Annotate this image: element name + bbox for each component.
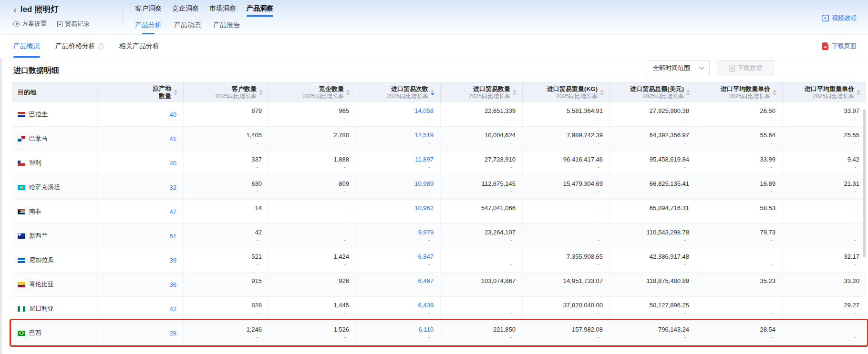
sort-asc-icon[interactable] [773,90,776,92]
origin-count-link[interactable]: 39 [170,256,176,264]
trade-times-link[interactable]: 6,847 [418,253,434,261]
sort-desc-icon[interactable] [513,93,517,95]
column-header-customer-count[interactable]: 客户数量2025同比增长率 [184,82,269,102]
column-header-import-trade-quantity[interactable]: 进口贸易数量2025同比增长率 [441,82,523,102]
time-range-select[interactable]: 全部时间范围 [647,60,710,76]
nav-tab-related-product-analysis[interactable]: 相关产品分析 [119,35,159,58]
sort-icons[interactable] [686,90,690,95]
cell-value: 1,445 [333,301,349,309]
cell-import-trade-times: 6,847- [356,248,441,272]
origin-count-link[interactable]: 28 [170,329,176,337]
sort-asc-icon[interactable] [686,90,690,92]
origin-count-link[interactable]: 42 [170,305,176,313]
sort-asc-icon[interactable] [431,90,434,92]
trade-times-link[interactable]: 10,989 [414,180,434,188]
origin-count-link[interactable]: 36 [170,281,176,289]
video-tutorial-link[interactable]: 视频教程 [822,14,857,22]
trade-times-link[interactable]: 9,979 [418,228,434,236]
cell-value: 95,458,619.84 [650,155,689,163]
sort-desc-icon[interactable] [259,93,263,95]
trade-times-link[interactable]: 6,439 [418,301,434,309]
link-trade-records[interactable]: 贸易记录 [57,20,90,28]
cell-value: 14 [255,204,262,212]
cell-import-avg-quantity-price: - [696,248,783,272]
column-header-import-trade-weight[interactable]: 进口贸易重量(KG)2025同比增长率 [523,82,610,102]
sub-tab-product-trends[interactable]: 产品动态 [174,21,201,34]
origin-count-link[interactable]: 40 [170,111,176,119]
main-tab-competitor-insight[interactable]: 竞企洞察 [172,4,199,17]
chevron-down-icon [699,67,704,70]
cell-value: 118,875,480.89 [647,277,689,285]
growth-rate-value: - [428,309,434,317]
back-chevron-icon[interactable]: ‹ [13,4,17,15]
sort-icons[interactable] [346,90,350,95]
vertical-scrollbar-thumb[interactable] [863,110,866,257]
sort-icons[interactable] [600,90,604,95]
link-plan-settings[interactable]: 方案设置 [13,20,47,28]
cell-value: 1,424 [333,253,349,261]
cell-value: 879 [251,107,262,115]
growth-rate-value: - [854,285,859,293]
sort-desc-icon[interactable] [431,93,434,95]
growth-rate-value: - [344,261,349,268]
column-header-import-avg-weight-price[interactable]: 进口平均重量单价2025同比增长率 [783,82,866,102]
destination-cell: 巴拿马 [12,127,96,151]
column-header-competitor-count[interactable]: 竞企数量2025同比增长率 [269,82,356,102]
sort-icons[interactable] [773,90,776,95]
growth-rate-value: - [344,115,349,122]
sub-tab-product-analysis[interactable]: 产品分析 [135,21,162,34]
sort-asc-icon[interactable] [259,90,263,92]
cell-import-avg-weight-price: 25.55- [783,127,866,151]
sort-asc-icon[interactable] [600,90,604,92]
sort-desc-icon[interactable] [346,93,350,95]
origin-count-link[interactable]: 41 [170,135,176,143]
sort-icons[interactable] [259,90,263,95]
origin-count-link[interactable]: 51 [170,232,176,240]
cell-value: 79.73 [760,228,775,236]
trade-times-link[interactable]: 6,110 [418,325,434,334]
main-tab-market-insight[interactable]: 市场洞察 [209,4,236,17]
download-data-button[interactable]: 下载数据 [717,60,774,76]
trade-times-link[interactable]: 10,962 [414,204,434,212]
sort-desc-icon[interactable] [174,93,177,95]
sort-desc-icon[interactable] [857,93,860,95]
growth-rate-value: - [344,285,349,293]
download-page-link[interactable]: 下载页面 [822,42,857,51]
main-tab-product-insight[interactable]: 产品洞察 [247,4,273,17]
play-video-icon [822,15,829,21]
growth-rate-value: - [684,334,689,341]
sort-icons[interactable] [513,90,517,95]
sort-asc-icon[interactable] [346,90,350,92]
main-tab-customer-insight[interactable]: 客户洞察 [135,4,162,17]
sort-desc-icon[interactable] [600,93,604,95]
nav-tab-product-overview[interactable]: 产品概况 [13,35,40,58]
nav-tab-product-price-analysis[interactable]: 产品价格分析i [55,35,104,58]
info-icon[interactable]: i [98,43,104,50]
destination-name: 巴拉圭 [29,110,48,119]
origin-count-link[interactable]: 32 [170,183,176,192]
sort-desc-icon[interactable] [773,93,776,95]
origin-count-link[interactable]: 40 [170,159,176,167]
column-header-import-trade-times[interactable]: 进口贸易次数2025同比增长率 [356,82,441,102]
trade-times-link[interactable]: 11,897 [415,155,434,163]
sort-icons[interactable] [857,90,860,95]
sort-icons[interactable] [174,90,177,95]
growth-rate-value: - [770,334,775,341]
cell-competitor-count: 926- [269,273,356,296]
column-header-import-trade-amount[interactable]: 进口贸易总额(美元)2025同比增长率 [610,82,696,102]
sort-asc-icon[interactable] [513,90,517,92]
column-header-origin-count[interactable]: 原产地数量 [96,82,184,102]
sort-icons[interactable] [431,90,434,95]
trade-times-link[interactable]: 6,467 [418,277,434,285]
growth-rate-value: - [257,188,262,195]
sort-asc-icon[interactable] [857,90,860,92]
flag-nicaragua-icon [18,258,25,263]
cell-value: 64,392,356.97 [650,131,689,139]
trade-times-link[interactable]: 14,058 [414,107,434,115]
column-header-import-avg-quantity-price[interactable]: 进口平均数量单价2025同比增长率 [696,82,783,102]
sub-tab-product-report[interactable]: 产品报告 [213,21,240,34]
sort-asc-icon[interactable] [174,90,177,92]
trade-times-link[interactable]: 12,519 [414,131,434,139]
origin-count-link[interactable]: 47 [170,208,176,216]
sort-desc-icon[interactable] [686,93,690,95]
